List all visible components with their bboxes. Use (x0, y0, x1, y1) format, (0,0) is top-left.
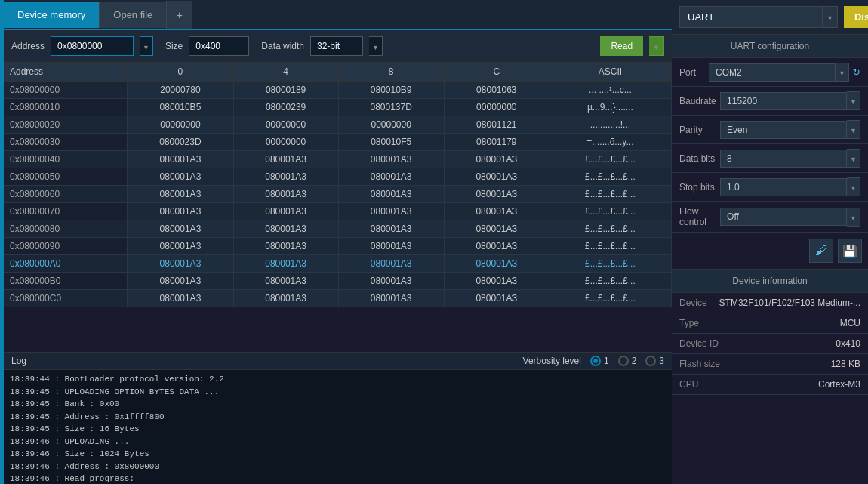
verbosity-radio-1[interactable]: 1 (590, 356, 609, 366)
refresh-icon[interactable]: ↻ (852, 66, 860, 78)
device-row: Device STM32F101/F102/F103 Medium-... (672, 293, 868, 313)
table-row: 0x08000010 080010B5 08000239 0800137D 00… (4, 99, 672, 116)
tab-bar: Device memory Open file + (4, 0, 672, 30)
table-row: 0x08000020 00000000 00000000 00000000 08… (4, 116, 672, 134)
cell-c: 080001A3 (444, 203, 549, 220)
cell-c: 080001A3 (444, 151, 549, 168)
cell-c: 00000000 (444, 99, 549, 116)
uart-header: ▼ Disconnect (672, 0, 868, 35)
cell-4: 080001A3 (233, 168, 338, 186)
read-dropdown[interactable]: ▼ (649, 36, 664, 56)
read-button[interactable]: Read (600, 36, 643, 56)
radio-3-label: 3 (659, 356, 664, 366)
cell-c: 080001A3 (444, 273, 549, 290)
cell-0: 080001A3 (128, 203, 233, 220)
col-header-ascii: ASCII (549, 63, 671, 82)
radio-1-circle[interactable] (590, 356, 601, 366)
table-row: 0x08000070 080001A3 080001A3 080001A3 08… (4, 203, 672, 220)
cell-addr: 0x08000090 (4, 238, 128, 255)
log-line: 18:39:46 : Read progress: (10, 473, 666, 484)
flowcontrol-dropdown[interactable]: ▼ (847, 208, 860, 227)
radio-3-circle[interactable] (645, 356, 656, 366)
chevron-down-icon8: ▼ (850, 156, 857, 163)
cell-c: 08001063 (444, 82, 549, 99)
data-width-dropdown[interactable]: ▼ (369, 36, 383, 56)
chevron-down-icon10: ▼ (850, 214, 857, 222)
device-label: Device (679, 297, 707, 308)
parity-select[interactable] (720, 121, 847, 139)
cell-c: 080001A3 (444, 290, 549, 307)
log-header: Log Verbosity level 1 2 3 (4, 353, 672, 370)
baudrate-select[interactable] (720, 92, 847, 110)
tab-add-button[interactable]: + (166, 1, 192, 29)
cell-4: 080001A3 (233, 238, 338, 255)
cell-4: 080001A3 (233, 255, 338, 273)
data-width-input[interactable] (310, 36, 363, 56)
chevron-down-icon4: ▼ (826, 14, 833, 22)
cell-0: 080001A3 (128, 255, 233, 273)
cell-4: 080001A3 (233, 220, 338, 238)
cell-0: 080001A3 (128, 168, 233, 186)
uart-config-title: UART configuration (672, 35, 868, 58)
col-header-address: Address (4, 63, 128, 82)
cell-4: 080001A3 (233, 273, 338, 290)
col-header-0: 0 (128, 63, 233, 82)
type-row: Type MCU (672, 313, 868, 334)
cell-addr: 0x080000A0 (4, 255, 128, 273)
flash-size-value: 128 KB (831, 359, 860, 369)
baudrate-dropdown[interactable]: ▼ (847, 91, 860, 110)
cpu-value: Cortex-M3 (818, 379, 860, 390)
stopbits-select[interactable] (720, 178, 847, 196)
stopbits-dropdown[interactable]: ▼ (847, 177, 860, 196)
port-select[interactable] (709, 63, 836, 82)
databits-dropdown[interactable]: ▼ (847, 149, 860, 168)
verbosity-radio-3[interactable]: 3 (645, 356, 664, 366)
chevron-down-icon: ▼ (143, 44, 149, 51)
disconnect-button[interactable]: Disconnect (844, 6, 868, 28)
cell-8: 00000000 (338, 116, 444, 134)
cell-4: 080001A3 (233, 151, 338, 168)
uart-config: UART configuration Port ▼ ↻ Baudrate ▼ (672, 35, 868, 233)
table-row: 0x080000B0 080001A3 080001A3 080001A3 08… (4, 273, 672, 290)
device-id-label: Device ID (679, 338, 719, 349)
radio-2-circle[interactable] (618, 356, 629, 366)
table-row: 0x08000050 080001A3 080001A3 080001A3 08… (4, 168, 672, 186)
address-input[interactable] (51, 36, 134, 56)
cell-c: 080001A3 (444, 255, 549, 273)
chevron-down-icon3: ▼ (653, 44, 660, 51)
col-header-4: 4 (233, 63, 338, 82)
cell-8: 080001A3 (338, 290, 444, 307)
chevron-down-icon9: ▼ (850, 184, 857, 192)
uart-select[interactable] (679, 6, 823, 28)
address-dropdown[interactable]: ▼ (140, 36, 153, 56)
size-input[interactable] (189, 36, 249, 56)
cell-addr: 0x08000080 (4, 220, 128, 238)
memory-table-scroll[interactable]: Address 0 4 8 C ASCII 0x08000000 2000078… (4, 63, 672, 352)
verbosity-radio-2[interactable]: 2 (618, 356, 637, 366)
brush-icon-button[interactable]: 🖌 (809, 239, 833, 263)
log-content: 18:39:44 : BootLoader protocol version: … (4, 370, 672, 484)
cell-4: 08000189 (233, 82, 338, 99)
cell-ascii: £...£...£...£... (549, 203, 671, 220)
cell-8: 080001A3 (338, 186, 444, 203)
uart-dropdown-button[interactable]: ▼ (823, 6, 838, 28)
parity-dropdown[interactable]: ▼ (847, 120, 860, 139)
cell-8: 080001A3 (338, 151, 444, 168)
cell-8: 080010B9 (338, 82, 444, 99)
device-id-value: 0x410 (836, 338, 860, 349)
stopbits-label: Stop bits (679, 182, 720, 193)
port-dropdown[interactable]: ▼ (836, 63, 849, 82)
databits-select[interactable] (720, 150, 847, 168)
save-icon-button[interactable]: 💾 (838, 239, 862, 263)
type-value: MCU (840, 318, 860, 328)
flowcontrol-select[interactable] (720, 208, 847, 226)
port-select-wrapper: ▼ ↻ (709, 63, 860, 82)
port-row: Port ▼ ↻ (672, 58, 868, 87)
tab-open-file[interactable]: Open file (99, 2, 166, 28)
cell-4: 080001A3 (233, 203, 338, 220)
baudrate-row: Baudrate ▼ (672, 87, 868, 116)
cell-8: 080010F5 (338, 134, 444, 151)
cell-ascii: £...£...£...£... (549, 220, 671, 238)
tab-device-memory[interactable]: Device memory (4, 2, 99, 28)
size-label: Size (165, 41, 183, 51)
